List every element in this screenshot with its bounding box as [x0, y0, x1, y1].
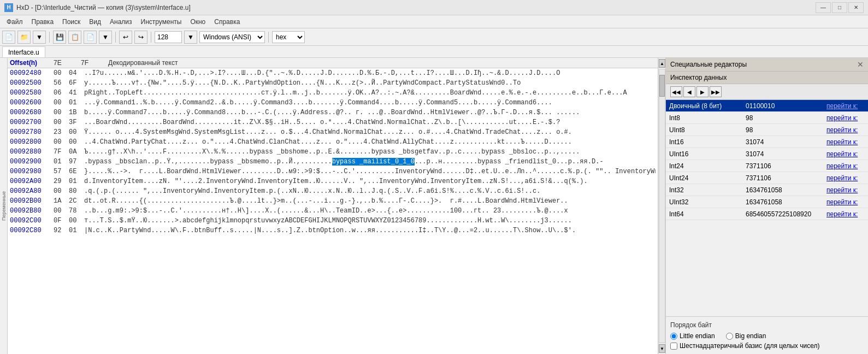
hex-row[interactable]: 00092A00 29 01 d.InventoryItem....zN. "'…	[8, 176, 658, 186]
inspector-row[interactable]: Int16 31074 перейти к:	[666, 136, 868, 148]
nav-first[interactable]: ◀◀	[670, 86, 682, 97]
hex-row[interactable]: 00092980 57 6E }.....%..->. г....L.Board…	[8, 167, 658, 176]
redo-button[interactable]: ↪	[134, 31, 147, 44]
inspector-scroll-wrap: Двоичный (8 бит) 01100010 перейти к: Int…	[666, 100, 868, 316]
hex-row[interactable]: 00092B80 00 78 ..b...g.m9:.>9:$...-..C.'…	[8, 206, 658, 216]
menu-help[interactable]: Справка	[210, 17, 244, 27]
hex-byte2: 41	[69, 88, 84, 97]
scroll-down[interactable]: ▼	[659, 344, 665, 353]
nav-next[interactable]: ▶	[696, 86, 708, 97]
hex-decoded-text: ..b...g.m9:.>9:$...-..C.'..........н†..H…	[84, 206, 656, 215]
inspector-goto-link[interactable]: перейти к:	[824, 174, 860, 182]
hex-address: 00092700	[10, 118, 54, 127]
hex-row[interactable]: 00092800 00 00 ..4.ChatWnd.PartyChat....…	[8, 137, 658, 147]
big-endian-radio[interactable]: Big endian	[726, 332, 766, 340]
encoding-select[interactable]: Windows (ANSI)	[199, 31, 265, 43]
scroll-thumb[interactable]	[659, 75, 665, 97]
inspector-row[interactable]: UInt32 1634761058 перейти к:	[666, 196, 868, 208]
hex-row[interactable]: 00092B00 1A 2C dt..ot.R......{(.........…	[8, 196, 658, 206]
file-tab[interactable]: Interface.u	[2, 46, 45, 57]
menu-analysis[interactable]: Анализ	[105, 17, 137, 27]
inspector-goto-link[interactable]: перейти к:	[824, 162, 860, 170]
menu-window[interactable]: Окно	[186, 17, 210, 27]
inspector-row[interactable]: Int32 1634761058 перейти к:	[666, 184, 868, 196]
hex-decoded-text: у......Ъ....v†..{Nw."....5.ÿ....{N.D..K.…	[84, 79, 656, 87]
open-button[interactable]: 📁	[17, 31, 31, 44]
hex-row[interactable]: 00092480 00 04 ..I?u......м&.'....D.%.H.…	[8, 68, 658, 78]
inspector-type: Int8	[666, 114, 742, 122]
hex-row[interactable]: 00092680 00 1B b.....ÿ.Command7....b....…	[8, 108, 658, 117]
hex-byte2: 2C	[69, 197, 84, 205]
inspector-nav: ◀◀ ◀ ▶ ▶▶	[666, 84, 868, 100]
inspector-goto-link[interactable]: перейти к:	[824, 126, 860, 134]
close-button[interactable]: ✕	[848, 2, 864, 13]
format-select[interactable]: hex	[272, 31, 305, 43]
title-bar-controls: — □ ✕	[816, 2, 864, 13]
hex-row[interactable]: 00092880 7F 0A Ъ.....g†..X\h..'....F....…	[8, 147, 658, 157]
inspector-row[interactable]: UInt24 7371106 перейти к:	[666, 172, 868, 184]
inspector-type: UInt24	[666, 174, 742, 182]
inspector-type: UInt32	[666, 198, 742, 206]
hex-content[interactable]: 00092480 00 04 ..I?u......м&.'....D.%.H.…	[8, 68, 658, 354]
hex-row[interactable]: 00092700 00 3F ...BoardWnd.........Board…	[8, 117, 658, 127]
inspector-goto-link[interactable]: перейти к:	[824, 114, 860, 122]
menu-edit[interactable]: Правка	[27, 17, 58, 27]
hex-row[interactable]: 00092C80 92 01 |N.с..K..PartyWnd.....W\.…	[8, 226, 658, 235]
inspector-row[interactable]: UInt16 31074 перейти к:	[666, 148, 868, 160]
menu-view[interactable]: Вид	[85, 17, 105, 27]
inspector-type: UInt16	[666, 150, 742, 158]
inspector-header: Инспектор данных	[666, 72, 868, 84]
hex-decoded-text: Ÿ...... о....4.SystemMsgWnd.SystemMsgLis…	[84, 128, 656, 137]
scroll-up[interactable]: ▲	[659, 59, 665, 68]
inspector-type: Int24	[666, 162, 742, 170]
main-scrollbar[interactable]: ▲ ▼	[658, 58, 666, 354]
inspector-type: UInt8	[666, 126, 742, 134]
menu-file[interactable]: Файл	[2, 17, 27, 27]
dropdown-button[interactable]: ▼	[33, 31, 46, 44]
hex-row[interactable]: 00092500 56 6F у......Ъ....v†..{Nw."....…	[8, 78, 658, 88]
inspector-goto-link[interactable]: перейти к:	[824, 150, 860, 158]
save2-button[interactable]: 📋	[68, 31, 81, 44]
hex-row[interactable]: 00092C00 0F 00 т...T.S..$.mŸ..Ю.......>.…	[8, 216, 658, 226]
scroll-track[interactable]	[659, 69, 665, 343]
inspector-goto-link[interactable]: перейти к:	[824, 138, 860, 146]
maximize-button[interactable]: □	[832, 2, 847, 13]
separator-4	[268, 32, 269, 43]
inspector-row[interactable]: Int8 98 перейти к:	[666, 112, 868, 124]
nav-last[interactable]: ▶▶	[710, 86, 722, 97]
inspector-goto-link[interactable]: перейти к:	[824, 210, 860, 218]
separator-1	[49, 32, 50, 43]
hex-row[interactable]: 00092900 01 97 .bypass _bbsclan..р..Ÿ.,.…	[8, 157, 658, 167]
hex-byte1: 57	[54, 167, 69, 176]
save3-button[interactable]: 📄	[84, 31, 97, 44]
hex-address: 00092C00	[10, 216, 54, 225]
hex-row[interactable]: 00092600 00 01 ...ÿ.Command1..%.b.....ÿ.…	[8, 98, 658, 108]
hex-row[interactable]: 00092780 23 00 Ÿ...... о....4.SystemMsgW…	[8, 127, 658, 137]
inspector-row[interactable]: UInt8 98 перейти к:	[666, 124, 868, 136]
nav-prev[interactable]: ◀	[683, 86, 695, 97]
inspector-row[interactable]: Int64 685460557225108920 перейти к:	[666, 208, 868, 220]
size-input[interactable]	[155, 31, 182, 43]
inspector-row[interactable]: Int24 7371106 перейти к:	[666, 160, 868, 172]
save-button[interactable]: 💾	[53, 31, 66, 44]
inspector-goto-link[interactable]: перейти к:	[824, 198, 860, 206]
hex-row[interactable]: 00092A80 00 80 .q.(.р.(...... ",...Inven…	[8, 186, 658, 196]
inspector-goto-link[interactable]: перейти к:	[824, 186, 860, 194]
new-button[interactable]: 📄	[2, 31, 15, 44]
size-dropdown[interactable]: ▼	[184, 31, 197, 44]
menu-tools[interactable]: Инструменты	[137, 17, 186, 27]
inspector-goto-link[interactable]: перейти к:	[824, 102, 860, 110]
menu-search[interactable]: Поиск	[58, 17, 85, 27]
hex-byte2: 00	[69, 128, 84, 137]
save3b-button[interactable]: ▼	[99, 31, 112, 44]
undo-button[interactable]: ↩	[119, 31, 132, 44]
panel-close-button[interactable]: ✕	[857, 60, 864, 69]
hex-row[interactable]: 00092580 06 41 pRight..TopLeft..........…	[8, 88, 658, 98]
inspector-row[interactable]: Двоичный (8 бит) 01100010 перейти к:	[666, 100, 868, 112]
hex-basis-checkbox[interactable]: Шестнадцатеричный базис (для целых чисел…	[670, 342, 864, 350]
hex-byte1: 92	[54, 226, 69, 235]
hex-byte2: 97	[69, 157, 84, 166]
hex-byte2: 80	[69, 187, 84, 196]
minimize-button[interactable]: —	[816, 2, 831, 13]
little-endian-radio[interactable]: Little endian	[670, 332, 715, 340]
